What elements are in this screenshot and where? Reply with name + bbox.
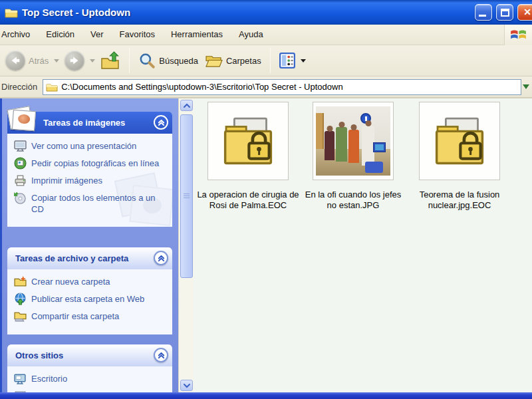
forward-icon: [65, 51, 84, 70]
title-bar: Top Secret - Uptodown ✕: [0, 0, 532, 25]
menu-ver[interactable]: Ver: [82, 25, 112, 45]
share-folder-icon: [14, 310, 27, 323]
panel-file-folder-tasks-header[interactable]: Tareas de archivo y carpeta: [7, 247, 172, 269]
toolbar: Atrás Búsqueda: [0, 45, 532, 76]
task-label: Compartir esta carpeta: [31, 311, 119, 322]
menu-favoritos[interactable]: Favoritos: [112, 25, 163, 45]
panel-other-places: Otros sitios: [7, 344, 172, 399]
file-list-area: La operacion de cirugia de Rosi de Palma…: [194, 98, 532, 399]
scroll-down-button[interactable]: [180, 380, 193, 391]
forward-dropdown-caret[interactable]: [90, 59, 95, 63]
task-copy-to-cd[interactable]: Copiar todos los elementos a un CD: [14, 192, 168, 215]
forward-button[interactable]: [61, 47, 88, 74]
locked-folder-icon: [219, 116, 277, 167]
place-label: Escritorio: [31, 373, 67, 384]
file-thumbnail: [207, 102, 289, 180]
photo-person: [348, 130, 359, 163]
photo-person: [325, 131, 334, 160]
address-path: C:\Documents and Settings\uptodown-3\Esc…: [61, 82, 342, 92]
menu-archivo[interactable]: Archivo: [0, 25, 38, 45]
back-dropdown-caret[interactable]: [54, 59, 59, 63]
explorer-body: Tareas de imágenes: [0, 98, 532, 399]
toolbar-separator: [270, 48, 271, 73]
photo-thumbnail: [316, 106, 390, 176]
panel-title: Otros sitios: [7, 350, 63, 360]
window-controls: ✕: [475, 4, 532, 21]
photo-detail: [316, 113, 324, 149]
task-publish-web[interactable]: Publicar esta carpeta en Web: [14, 293, 168, 305]
address-input[interactable]: C:\Documents and Settings\uptodown-3\Esc…: [43, 79, 521, 95]
photo-detail: [365, 162, 383, 173]
address-dropdown-button[interactable]: [521, 79, 531, 95]
views-button[interactable]: [276, 47, 311, 74]
menu-herramientas[interactable]: Herramientas: [163, 25, 231, 45]
collapse-chevron-button[interactable]: [154, 348, 168, 362]
windows-logo: [504, 25, 532, 45]
file-item[interactable]: En la ofi cuando los jefes no estan.JPG: [301, 102, 405, 211]
file-thumbnail: [313, 102, 394, 180]
desktop-icon: [14, 372, 27, 385]
place-desktop[interactable]: Escritorio: [14, 373, 168, 385]
task-label: Ver como una presentación: [31, 140, 136, 152]
task-order-prints[interactable]: Pedir copias fotográficas en línea: [14, 158, 168, 170]
panel-other-places-header[interactable]: Otros sitios: [7, 344, 172, 366]
views-icon: [279, 53, 295, 68]
collapse-chevron-button[interactable]: [154, 115, 168, 130]
image-tasks-icon: [6, 104, 39, 136]
toolbar-separator: [129, 48, 130, 73]
scrollbar-thumb[interactable]: [180, 114, 193, 278]
task-label: Copiar todos los elementos a un CD: [31, 192, 168, 215]
back-button[interactable]: Atrás: [2, 47, 52, 74]
task-label: Pedir copias fotográficas en línea: [31, 158, 159, 169]
task-share-folder[interactable]: Compartir esta carpeta: [14, 311, 168, 323]
task-pane-sidebar: Tareas de imágenes: [0, 98, 178, 399]
file-item[interactable]: La operacion de cirugia de Rosi de Palma…: [196, 102, 300, 211]
address-folder-icon: [46, 82, 58, 92]
file-item[interactable]: Teorema de la fusion nuclear.jpg.EOC: [408, 102, 511, 211]
folder-up-icon: [100, 51, 120, 70]
panel-title: Tareas de archivo y carpeta: [7, 253, 128, 263]
slideshow-icon: [14, 140, 27, 152]
panel-image-tasks: Tareas de imágenes: [7, 112, 172, 227]
explorer-window: Top Secret - Uptodown ✕ Archivo Edición …: [0, 0, 532, 399]
back-icon: [5, 51, 25, 70]
search-label: Búsqueda: [159, 56, 198, 66]
close-button[interactable]: ✕: [517, 4, 532, 21]
file-name: Teorema de la fusion nuclear.jpg.EOC: [408, 190, 511, 211]
photo-prints-icon: [14, 157, 27, 170]
folders-label: Carpetas: [226, 56, 261, 66]
scroll-up-button[interactable]: [180, 100, 193, 111]
task-label: Crear nueva carpeta: [31, 276, 110, 287]
menu-ayuda[interactable]: Ayuda: [231, 25, 271, 45]
photo-person: [336, 127, 347, 162]
menu-edicion[interactable]: Edición: [38, 25, 82, 45]
folders-icon: [205, 53, 223, 68]
maximize-button[interactable]: [496, 4, 513, 21]
panel-file-folder-tasks: Tareas de archivo y carpeta: [7, 247, 172, 334]
minimize-button[interactable]: [475, 4, 492, 21]
window-title: Top Secret - Uptodown: [22, 7, 130, 18]
back-label: Atrás: [29, 56, 49, 66]
photo-card: [12, 110, 36, 131]
folders-button[interactable]: Carpetas: [201, 47, 265, 74]
collapse-chevron-button[interactable]: [154, 251, 168, 265]
photo-detail: [373, 142, 386, 152]
task-view-slideshow[interactable]: Ver como una presentación: [14, 140, 168, 152]
cd-icon: [14, 192, 27, 204]
views-dropdown-caret: [301, 59, 306, 63]
new-folder-icon: [14, 275, 27, 288]
locked-folder-icon: [430, 116, 489, 167]
vertical-scrollbar[interactable]: [178, 98, 194, 399]
task-label: Imprimir imágenes: [31, 175, 102, 186]
address-label: Dirección: [1, 82, 37, 92]
search-button[interactable]: Búsqueda: [135, 47, 201, 74]
minimize-icon: [479, 15, 486, 17]
printer-icon: [14, 174, 27, 187]
web-publish-icon: [14, 293, 27, 305]
close-icon: ✕: [518, 7, 532, 17]
task-new-folder[interactable]: Crear nueva carpeta: [14, 276, 168, 288]
task-print-images[interactable]: Imprimir imágenes: [14, 175, 168, 187]
window-folder-icon: [5, 7, 18, 18]
up-button[interactable]: [97, 47, 124, 74]
file-name: En la ofi cuando los jefes no estan.JPG: [301, 190, 405, 211]
